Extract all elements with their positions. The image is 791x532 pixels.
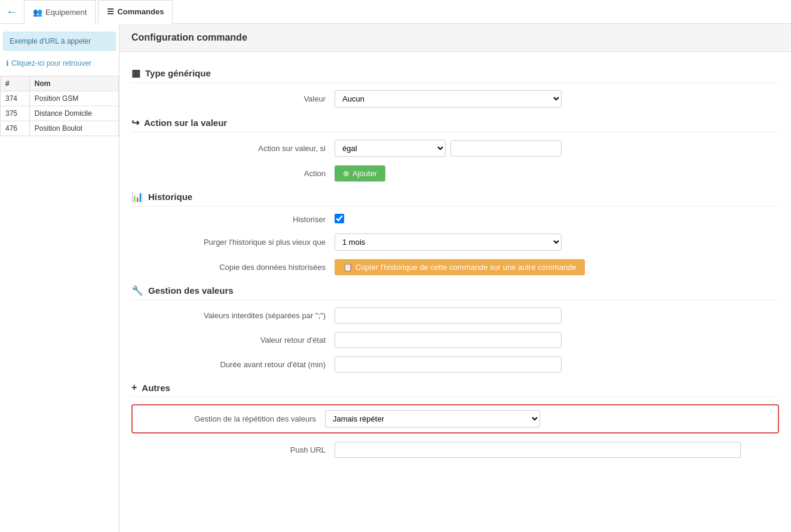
config-title: Configuration commande [131,32,779,43]
input-push-url[interactable] [335,442,741,458]
sidebar-table: # Nom 374Position GSM375Distance Domicil… [0,76,119,136]
control-repetition: Jamais répéter Toujours répéter Répéter … [325,410,540,428]
row-repetition-highlighted: Gestion de la répétition des valeurs Jam… [131,404,779,433]
sidebar-url[interactable]: Exemple d'URL à appeler [3,32,116,51]
sidebar-link-label: Cliquez-ici pour retrouver [11,59,91,67]
info-icon: ℹ [6,59,9,67]
copier-button[interactable]: 📋 Copier l'historique de cette commande … [335,259,585,275]
back-button[interactable]: ← [6,5,18,19]
historique-icon: 📊 [131,191,143,202]
commandes-icon: ☰ [107,7,114,16]
row-nom: Position Boulot [29,121,118,136]
section-gestion-valeurs: 🔧 Gestion des valeurs [131,285,779,300]
control-copie: 📋 Copier l'historique de cette commande … [335,259,645,275]
content-panel: Configuration commande ▦ Type générique … [119,24,791,532]
label-push-url: Push URL [131,445,335,454]
main-layout: Exemple d'URL à appeler ℹ Cliquez-ici po… [0,24,791,532]
row-push-url: Push URL [131,442,779,458]
action-row: égal différent supérieur inférieur [335,140,562,157]
row-copie: Copie des données historisées 📋 Copier l… [131,259,779,275]
label-repetition: Gestion de la répétition des valeurs [140,414,325,423]
control-historiser [335,214,562,225]
section-historique-title: Historique [148,192,192,202]
section-action-valeur-title: Action sur la valeur [144,118,227,128]
top-nav: ← 👥 Equipement ☰ Commandes [0,0,791,24]
select-repetition[interactable]: Jamais répéter Toujours répéter Répéter … [325,410,540,428]
select-valeur[interactable]: Aucun [335,90,562,107]
label-retour: Valeur retour d'état [131,336,335,345]
label-valeur: Valeur [131,94,335,103]
section-historique: 📊 Historique [131,191,779,207]
row-nom: Position GSM [29,91,118,106]
section-autres: + Autres [131,382,779,397]
row-id: 476 [1,121,30,136]
row-id: 374 [1,91,30,106]
input-retour[interactable] [335,332,562,348]
label-action: Action [131,169,335,178]
sidebar-url-label: Exemple d'URL à appeler [10,37,91,45]
control-valeur: Aucun [335,90,562,107]
copy-icon: 📋 [343,263,352,272]
action-valeur-icon: ↪ [131,117,139,128]
equipement-icon: 👥 [33,8,42,17]
label-copie: Copie des données historisées [131,263,335,272]
select-purger[interactable]: 1 mois 3 mois 6 mois 1 an Jamais [335,233,562,251]
input-interdites[interactable] [335,307,562,324]
row-historiser: Historiser [131,214,779,225]
row-action-condition: Action sur valeur, si égal différent sup… [131,140,779,157]
col-nom: Nom [29,76,118,91]
row-id: 375 [1,106,30,121]
tab-commandes-label: Commandes [117,7,164,16]
row-valeur: Valeur Aucun [131,90,779,107]
config-header: Configuration commande [119,24,791,52]
section-action-valeur: ↪ Action sur la valeur [131,117,779,133]
copier-label: Copier l'historique de cette commande su… [355,263,577,272]
control-action-condition: égal différent supérieur inférieur [335,140,562,157]
plus-icon: ⊕ [343,169,349,178]
sidebar: Exemple d'URL à appeler ℹ Cliquez-ici po… [0,24,119,532]
control-purger: 1 mois 3 mois 6 mois 1 an Jamais [335,233,562,251]
row-retour: Valeur retour d'état [131,332,779,348]
label-purger: Purger l'historique si plus vieux que [131,238,335,247]
select-condition[interactable]: égal différent supérieur inférieur [335,140,446,157]
input-duree[interactable] [335,356,562,373]
row-interdites: Valeurs interdites (séparées par ";") [131,307,779,324]
ajouter-label: Ajouter [352,169,377,178]
label-interdites: Valeurs interdites (séparées par ";") [131,311,335,320]
section-type-generique: ▦ Type générique [131,67,779,83]
control-action: ⊕ Ajouter [335,165,562,182]
control-duree [335,356,562,373]
tab-equipement-label: Equipement [45,8,87,17]
checkbox-historiser[interactable] [335,214,344,223]
control-push-url [335,442,741,458]
label-action-condition: Action sur valeur, si [131,144,335,153]
gestion-icon: 🔧 [131,285,143,296]
section-gestion-title: Gestion des valeurs [148,285,234,296]
table-row[interactable]: 374Position GSM [1,91,119,106]
table-row[interactable]: 476Position Boulot [1,121,119,136]
col-id: # [1,76,30,91]
condition-value-input[interactable] [450,140,562,156]
row-action: Action ⊕ Ajouter [131,165,779,182]
tab-commandes[interactable]: ☰ Commandes [98,0,173,24]
control-retour [335,332,562,348]
row-nom: Distance Domicile [29,106,118,121]
section-type-generique-title: Type générique [145,68,211,78]
row-duree: Durée avant retour d'état (min) [131,356,779,373]
label-historiser: Historiser [131,215,335,224]
tab-equipement[interactable]: 👥 Equipement [24,0,96,24]
sidebar-link[interactable]: ℹ Cliquez-ici pour retrouver [0,56,119,71]
section-autres-title: Autres [142,383,170,393]
label-duree: Durée avant retour d'état (min) [131,360,335,369]
config-body: ▦ Type générique Valeur Aucun ↪ Action s… [119,52,791,478]
ajouter-button[interactable]: ⊕ Ajouter [335,165,385,182]
row-purger: Purger l'historique si plus vieux que 1 … [131,233,779,251]
type-generique-icon: ▦ [131,67,140,79]
autres-icon: + [131,382,137,393]
control-interdites [335,307,562,324]
table-row[interactable]: 375Distance Domicile [1,106,119,121]
